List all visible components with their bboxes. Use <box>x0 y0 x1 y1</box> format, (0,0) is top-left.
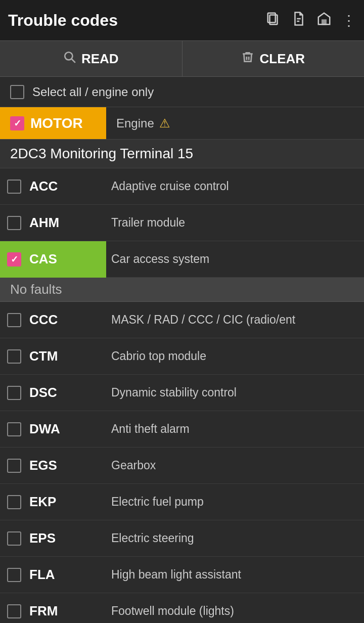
select-all-checkbox[interactable] <box>10 85 24 99</box>
list-item[interactable]: FRM Footwell module (lights) <box>0 593 364 623</box>
list-item[interactable]: EGS Gearbox <box>0 448 364 484</box>
ccc-code: CCC <box>29 312 58 328</box>
svg-rect-4 <box>322 20 326 24</box>
action-bar: READ CLEAR <box>0 40 364 77</box>
dwa-desc: Anti theft alarm <box>106 422 364 436</box>
dsc-desc: Dynamic stability control <box>106 386 364 399</box>
document-icon[interactable] <box>291 11 306 30</box>
cas-desc: Car access system <box>106 252 364 266</box>
fla-desc: High beam light assistant <box>106 568 364 582</box>
item-acc-section: ACC <box>0 179 106 194</box>
select-all-label: Select all / engine only <box>32 85 154 99</box>
svg-line-6 <box>72 59 75 62</box>
ctm-code: CTM <box>29 348 58 364</box>
fla-code: FLA <box>29 567 55 583</box>
ccc-checkbox[interactable] <box>7 313 21 327</box>
page-title: Trouble codes <box>8 11 266 30</box>
dwa-checkbox[interactable] <box>7 422 21 436</box>
frm-desc: Footwell module (lights) <box>106 604 364 618</box>
egs-desc: Gearbox <box>106 459 364 472</box>
ahm-desc: Trailer module <box>106 216 364 230</box>
list-item-cas[interactable]: CAS Car access system <box>0 241 364 278</box>
motor-description: Engine ⚠ <box>106 116 170 130</box>
svg-point-5 <box>65 52 72 60</box>
search-icon <box>63 51 76 67</box>
motor-checkbox[interactable] <box>10 116 24 130</box>
dsc-code: DSC <box>29 385 57 401</box>
delete-icon <box>241 51 254 67</box>
motor-section[interactable]: MOTOR Engine ⚠ <box>0 107 364 140</box>
item-egs-section: EGS <box>0 458 106 473</box>
read-button[interactable]: READ <box>0 41 183 76</box>
eps-code: EPS <box>29 530 56 546</box>
list-item[interactable]: EPS Electric steering <box>0 520 364 557</box>
item-ctm-section: CTM <box>0 348 106 364</box>
frm-checkbox[interactable] <box>7 604 21 618</box>
egs-code: EGS <box>29 458 57 473</box>
acc-code: ACC <box>29 179 58 194</box>
more-icon[interactable]: ⋮ <box>342 12 356 29</box>
list-item[interactable]: AHM Trailer module <box>0 205 364 241</box>
cas-code: CAS <box>29 251 57 267</box>
home-icon[interactable] <box>316 11 332 30</box>
list-item[interactable]: CTM Cabrio top module <box>0 338 364 375</box>
item-cas-section: CAS <box>0 241 106 278</box>
ccc-desc: MASK / RAD / CCC / CIC (radio/ent <box>106 313 364 327</box>
list-item[interactable]: FLA High beam light assistant <box>0 557 364 593</box>
list-item[interactable]: EKP Electric fuel pump <box>0 484 364 520</box>
item-ccc-section: CCC <box>0 312 106 328</box>
ahm-checkbox[interactable] <box>7 216 21 230</box>
ctm-desc: Cabrio top module <box>106 349 364 363</box>
warning-icon: ⚠ <box>159 116 170 130</box>
fla-checkbox[interactable] <box>7 568 21 582</box>
item-dsc-section: DSC <box>0 385 106 401</box>
eps-desc: Electric steering <box>106 531 364 545</box>
acc-desc: Adaptive cruise control <box>106 180 364 193</box>
copy-icon[interactable] <box>266 11 281 30</box>
section-subtitle: 2DC3 Monitoring Terminal 15 <box>0 140 364 168</box>
item-frm-section: FRM <box>0 603 106 619</box>
motor-badge[interactable]: MOTOR <box>0 107 106 139</box>
frm-code: FRM <box>29 603 58 619</box>
list-item[interactable]: CCC MASK / RAD / CCC / CIC (radio/ent <box>0 302 364 338</box>
header-icons: ⋮ <box>266 11 356 30</box>
item-eps-section: EPS <box>0 530 106 546</box>
ekp-desc: Electric fuel pump <box>106 495 364 509</box>
motor-label: MOTOR <box>30 115 83 131</box>
header: Trouble codes ⋮ <box>0 0 364 40</box>
ekp-code: EKP <box>29 494 56 510</box>
dsc-checkbox[interactable] <box>7 386 21 400</box>
ekp-checkbox[interactable] <box>7 495 21 509</box>
list-item[interactable]: DSC Dynamic stability control <box>0 375 364 411</box>
item-dwa-section: DWA <box>0 421 106 437</box>
ctm-checkbox[interactable] <box>7 349 21 364</box>
motor-desc-text: Engine <box>116 116 154 130</box>
list-item[interactable]: DWA Anti theft alarm <box>0 411 364 448</box>
cas-checkbox[interactable] <box>7 252 21 266</box>
item-fla-section: FLA <box>0 567 106 583</box>
clear-label: CLEAR <box>259 51 305 67</box>
egs-checkbox[interactable] <box>7 459 21 473</box>
no-faults-banner: No faults <box>0 278 364 302</box>
select-all-row[interactable]: Select all / engine only <box>0 77 364 107</box>
read-label: READ <box>81 51 119 67</box>
item-ahm-section: AHM <box>0 215 106 231</box>
eps-checkbox[interactable] <box>7 531 21 546</box>
item-ekp-section: EKP <box>0 494 106 510</box>
list-item[interactable]: ACC Adaptive cruise control <box>0 168 364 205</box>
acc-checkbox[interactable] <box>7 180 21 194</box>
ahm-code: AHM <box>29 215 59 231</box>
clear-button[interactable]: CLEAR <box>183 41 365 76</box>
dwa-code: DWA <box>29 421 60 437</box>
